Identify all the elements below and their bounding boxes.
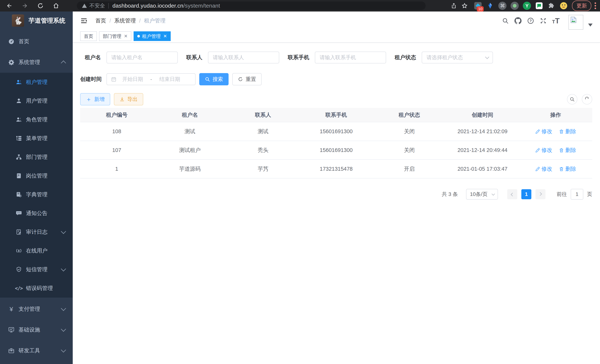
export-button[interactable]: 导出 bbox=[114, 93, 143, 105]
sidebar-item-label: 通知公告 bbox=[26, 210, 47, 217]
app-header: 首页 / 系统管理 / 租户管理 ? TT bbox=[73, 11, 600, 30]
delete-link[interactable]: 删除 bbox=[559, 128, 576, 135]
app-logo[interactable]: 🐇 芋道管理系统 bbox=[0, 11, 73, 30]
forward-icon[interactable] bbox=[19, 0, 30, 11]
sidebar-item-dev-tools[interactable]: 研发工具 bbox=[0, 340, 73, 361]
security-warning-icon[interactable] bbox=[82, 3, 87, 9]
collapse-sidebar-icon[interactable] bbox=[80, 17, 88, 25]
home-icon[interactable] bbox=[50, 0, 62, 11]
page-size-select[interactable]: 10条/页 bbox=[466, 189, 498, 200]
avatar[interactable] bbox=[568, 15, 583, 30]
extension-kite-icon[interactable] bbox=[486, 1, 494, 10]
edit-icon bbox=[535, 167, 540, 171]
user-icon bbox=[14, 98, 23, 104]
table-header-row: 租户编号 租户名 联系人 联系手机 租户状态 创建时间 操作 bbox=[80, 108, 592, 122]
add-button[interactable]: ＋ 新增 bbox=[80, 93, 110, 105]
sidebar-item-home[interactable]: 首页 bbox=[0, 31, 73, 52]
date-range-picker[interactable]: 开始日期 - 结束日期 bbox=[106, 73, 196, 85]
chrome-update-button[interactable]: 更新 bbox=[572, 0, 591, 11]
tab-home[interactable]: 首页 bbox=[80, 31, 97, 41]
delete-link[interactable]: 删除 bbox=[559, 165, 576, 173]
table-row: 107 测试租户 秃头 15601691300 关闭 2021-12-14 20… bbox=[80, 141, 592, 159]
table-toolbar: ＋ 新增 导出 bbox=[80, 93, 592, 105]
security-label[interactable]: 不安全 bbox=[89, 2, 105, 9]
sidebar-item-posts[interactable]: 岗位管理 bbox=[0, 166, 73, 185]
extension-workflow-icon[interactable]: 10 bbox=[474, 1, 482, 10]
sidebar-item-tenant[interactable]: 租户管理 bbox=[0, 73, 73, 92]
breadcrumb-system[interactable]: 系统管理 bbox=[114, 17, 136, 25]
tab-dept[interactable]: 部门管理 ✕ bbox=[99, 31, 131, 41]
audit-log-icon bbox=[14, 229, 23, 235]
start-date-placeholder: 开始日期 bbox=[117, 76, 149, 83]
sidebar-item-label: 短信管理 bbox=[26, 266, 47, 273]
sidebar-item-notice[interactable]: 通知公告 bbox=[0, 204, 73, 223]
prev-page-button[interactable] bbox=[507, 189, 517, 199]
github-icon[interactable] bbox=[512, 17, 524, 24]
chevron-down-icon bbox=[61, 266, 66, 271]
sidebar-item-dict[interactable]: 字典管理 bbox=[0, 185, 73, 204]
close-icon[interactable]: ✕ bbox=[124, 34, 128, 39]
col-created: 创建时间 bbox=[446, 108, 519, 122]
chrome-menu-icon[interactable]: ••• bbox=[594, 2, 596, 10]
extension-recorder-icon[interactable] bbox=[510, 1, 519, 10]
delete-link[interactable]: 删除 bbox=[559, 147, 576, 154]
sidebar-item-payment[interactable]: ¥ 支付管理 bbox=[0, 299, 73, 319]
sidebar-item-online-users[interactable]: 在线用户 bbox=[0, 241, 73, 260]
sidebar-item-depts[interactable]: 部门管理 bbox=[0, 148, 73, 166]
phone-input[interactable] bbox=[315, 52, 386, 64]
fullscreen-icon[interactable] bbox=[537, 18, 550, 24]
sidebar-item-label: 部门管理 bbox=[26, 153, 47, 161]
sidebar-item-sms[interactable]: 短信管理 bbox=[0, 260, 73, 279]
avatar-caret-icon[interactable] bbox=[588, 24, 593, 27]
contact-input[interactable] bbox=[208, 52, 279, 64]
sidebar-item-error-codes[interactable]: </> 错误码管理 bbox=[0, 279, 73, 298]
phone-label: 联系手机 bbox=[288, 54, 309, 61]
tenant-name-input[interactable] bbox=[106, 52, 178, 64]
chevron-right-icon bbox=[538, 192, 542, 196]
back-icon[interactable] bbox=[4, 0, 15, 11]
close-icon[interactable]: ✕ bbox=[163, 34, 167, 39]
extension-chat-icon[interactable] bbox=[535, 1, 544, 10]
edit-link[interactable]: 修改 bbox=[535, 147, 552, 154]
next-page-button[interactable] bbox=[535, 189, 545, 199]
sidebar-item-system[interactable]: 系统管理 bbox=[0, 52, 73, 73]
chevron-down-icon bbox=[491, 192, 495, 196]
bookmark-star-icon[interactable] bbox=[459, 0, 470, 11]
reset-button[interactable]: 重置 bbox=[232, 73, 262, 85]
reload-icon[interactable] bbox=[35, 0, 46, 11]
sidebar-item-audit-log[interactable]: 审计日志 bbox=[0, 223, 73, 241]
chevron-up-icon bbox=[61, 60, 66, 66]
roles-icon bbox=[14, 117, 23, 123]
url-text[interactable]: dashboard.yudao.iocoder.cn/system/tenant bbox=[112, 3, 220, 9]
share-icon[interactable] bbox=[449, 0, 459, 11]
extension-emoji-icon[interactable] bbox=[559, 1, 568, 10]
extension-y-icon[interactable]: Y bbox=[523, 1, 531, 10]
sidebar-item-users[interactable]: 用户管理 bbox=[0, 92, 73, 110]
pagination: 共 3 条 10条/页 1 前往 页 bbox=[80, 189, 592, 200]
header-search-icon[interactable] bbox=[499, 18, 512, 24]
extension-command-icon[interactable]: ⌘ bbox=[498, 1, 507, 10]
chevron-down-icon bbox=[61, 306, 66, 311]
total-count: 共 3 条 bbox=[442, 191, 458, 198]
sidebar-item-label: 审计日志 bbox=[26, 228, 47, 236]
tab-tenant[interactable]: 租户管理 ✕ bbox=[134, 31, 171, 41]
sidebar-item-infra[interactable]: 基础设施 bbox=[0, 319, 73, 340]
chevron-down-icon bbox=[61, 229, 66, 234]
extensions-puzzle-icon[interactable] bbox=[547, 1, 556, 10]
table-search-toggle-icon[interactable] bbox=[567, 94, 577, 104]
sidebar-item-menus[interactable]: 菜单管理 bbox=[0, 129, 73, 148]
edit-link[interactable]: 修改 bbox=[535, 165, 552, 173]
address-bar[interactable]: 不安全 dashboard.yudao.iocoder.cn/system/te… bbox=[77, 1, 426, 10]
current-page[interactable]: 1 bbox=[521, 189, 531, 199]
table-refresh-icon[interactable] bbox=[582, 94, 592, 104]
search-button[interactable]: 搜索 bbox=[199, 73, 229, 85]
font-size-icon[interactable]: TT bbox=[550, 18, 562, 24]
goto-page-input[interactable] bbox=[571, 189, 583, 200]
page-unit-label: 页 bbox=[587, 191, 592, 198]
status-select[interactable]: 请选择租户状态 bbox=[422, 52, 493, 64]
help-icon[interactable]: ? bbox=[524, 17, 537, 24]
edit-link[interactable]: 修改 bbox=[535, 128, 552, 135]
sidebar-item-roles[interactable]: 角色管理 bbox=[0, 110, 73, 129]
sidebar: 🐇 芋道管理系统 首页 系统管理 租户管理 bbox=[0, 11, 73, 364]
breadcrumb-home[interactable]: 首页 bbox=[95, 17, 106, 25]
